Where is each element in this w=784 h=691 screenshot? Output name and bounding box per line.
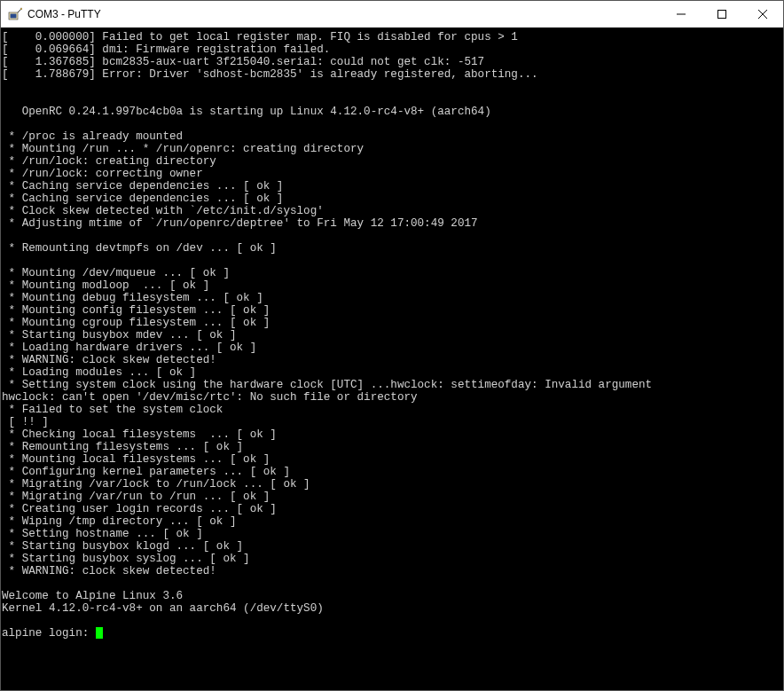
terminal-line: * WARNING: clock skew detected! [2, 565, 782, 577]
terminal-line: * Starting busybox mdev ... [ ok ] [2, 329, 782, 342]
terminal-line: * Mounting debug filesystem ... [ ok ] [2, 292, 782, 304]
terminal-line: * Loading modules ... [ ok ] [2, 366, 782, 379]
svg-point-3 [20, 8, 22, 10]
terminal-line: * Mounting cgroup filesystem ... [ ok ] [2, 317, 782, 329]
terminal-line: * Mounting /dev/mqueue ... [ ok ] [2, 267, 782, 279]
terminal-line [2, 577, 782, 590]
terminal-line: * Checking local filesystems ... [ ok ] [2, 428, 782, 441]
terminal-line: * /run/lock: correcting owner [2, 168, 782, 180]
terminal-line: Welcome to Alpine Linux 3.6 [2, 590, 782, 602]
terminal-line: * Remounting filesystems ... [ ok ] [2, 441, 782, 453]
titlebar[interactable]: COM3 - PuTTY [1, 1, 783, 27]
terminal-line [2, 615, 782, 627]
terminal-line: * Remounting devtmpfs on /dev ... [ ok ] [2, 242, 782, 255]
terminal-line: Kernel 4.12.0-rc4-v8+ on an aarch64 (/de… [2, 602, 782, 615]
window-title: COM3 - PuTTY [27, 8, 101, 20]
terminal-line: * WARNING: clock skew detected! [2, 354, 782, 366]
terminal-line: [ !! ] [2, 416, 782, 428]
svg-rect-5 [718, 11, 726, 19]
minimize-button[interactable] [661, 1, 702, 27]
terminal-line: * Mounting /run ... * /run/openrc: creat… [2, 143, 782, 155]
close-button[interactable] [742, 1, 783, 27]
terminal-line: * Migrating /var/lock to /run/lock ... [… [2, 478, 782, 491]
terminal-line: [ 1.367685] bcm2835-aux-uart 3f215040.se… [2, 56, 782, 68]
terminal-line: hwclock: can't open '/dev/misc/rtc': No … [2, 391, 782, 404]
svg-rect-1 [11, 14, 17, 19]
terminal-line [2, 230, 782, 242]
terminal-line: * Caching service dependencies ... [ ok … [2, 192, 782, 205]
terminal-line: * Adjusting mtime of `/run/openrc/deptre… [2, 217, 782, 230]
terminal-line: * Setting system clock using the hardwar… [2, 379, 782, 391]
terminal-line: * /run/lock: creating directory [2, 155, 782, 168]
terminal-line: * Mounting local filesystems ... [ ok ] [2, 453, 782, 466]
terminal-line [2, 81, 782, 93]
terminal-line: OpenRC 0.24.1.997bc4cb0a is starting up … [2, 106, 782, 118]
terminal-line: * Migrating /var/run to /run ... [ ok ] [2, 491, 782, 503]
terminal-line: * Configuring kernel parameters ... [ ok… [2, 466, 782, 478]
maximize-button[interactable] [702, 1, 742, 27]
terminal-line: * Failed to set the system clock [2, 404, 782, 416]
terminal-line: * Mounting modloop ... [ ok ] [2, 279, 782, 292]
terminal-line: alpine login: [2, 627, 782, 640]
terminal-line: [ 0.000000] Failed to get local register… [2, 31, 782, 43]
terminal-line: [ 1.788679] Error: Driver 'sdhost-bcm283… [2, 68, 782, 81]
terminal-output[interactable]: [ 0.000000] Failed to get local register… [1, 27, 783, 690]
cursor [96, 627, 103, 639]
terminal-line [2, 93, 782, 106]
terminal-line: * Creating user login records ... [ ok ] [2, 503, 782, 515]
terminal-line: * Caching service dependencies ... [ ok … [2, 180, 782, 192]
terminal-line: * Mounting config filesystem ... [ ok ] [2, 304, 782, 317]
terminal-line: [ 0.069664] dmi: Firmware registration f… [2, 43, 782, 56]
terminal-line: * Setting hostname ... [ ok ] [2, 528, 782, 540]
terminal-line: * Starting busybox klogd ... [ ok ] [2, 540, 782, 553]
putty-window: COM3 - PuTTY [ 0.000000] Failed to get l… [0, 0, 784, 691]
terminal-line [2, 255, 782, 267]
terminal-line: * Wiping /tmp directory ... [ ok ] [2, 515, 782, 528]
putty-icon [8, 7, 22, 21]
terminal-line: * /proc is already mounted [2, 130, 782, 143]
terminal-line: * Starting busybox syslog ... [ ok ] [2, 553, 782, 565]
terminal-line [2, 118, 782, 130]
terminal-line: * Clock skew detected with `/etc/init.d/… [2, 205, 782, 217]
terminal-line: * Loading hardware drivers ... [ ok ] [2, 342, 782, 354]
